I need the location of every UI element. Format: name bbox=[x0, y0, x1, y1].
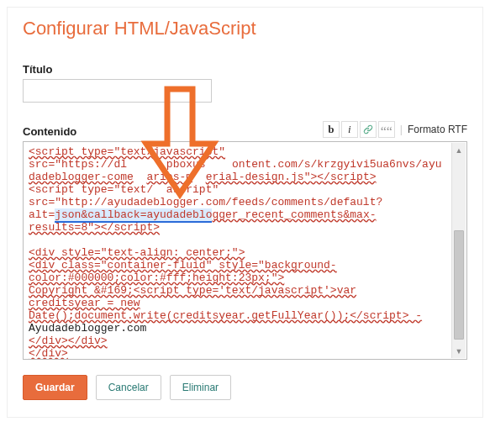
save-button[interactable]: Guardar bbox=[23, 375, 87, 400]
cancel-button[interactable]: Cancelar bbox=[96, 375, 161, 400]
format-rtf-link[interactable]: Formato RTF bbox=[408, 124, 467, 135]
delete-button[interactable]: Eliminar bbox=[170, 375, 231, 400]
content-label: Contenido bbox=[23, 125, 76, 138]
bold-button[interactable]: b bbox=[323, 121, 340, 138]
link-button[interactable] bbox=[360, 121, 377, 138]
content-editor-wrap: <script type="text/javascript" src="http… bbox=[23, 141, 467, 360]
italic-button[interactable]: i bbox=[341, 121, 358, 138]
widget-config-dialog: Configurar HTML/JavaScript Título Conten… bbox=[7, 7, 483, 418]
dialog-heading: Configurar HTML/JavaScript bbox=[23, 18, 467, 40]
quote-icon: ““ bbox=[381, 127, 393, 137]
button-row: Guardar Cancelar Eliminar bbox=[23, 375, 467, 400]
editor-toolbar: b i ““ | Formato RTF bbox=[323, 121, 467, 138]
editor-scrollbar[interactable]: ▲ ▼ bbox=[451, 143, 466, 358]
quote-button[interactable]: ““ bbox=[378, 121, 395, 138]
link-icon bbox=[362, 124, 374, 135]
content-editor[interactable]: <script type="text/javascript" src="http… bbox=[24, 142, 466, 359]
scroll-up-arrow[interactable]: ▲ bbox=[452, 143, 466, 157]
title-input[interactable] bbox=[23, 79, 212, 103]
scroll-down-arrow[interactable]: ▼ bbox=[452, 344, 466, 358]
toolbar-separator: | bbox=[400, 124, 403, 135]
scroll-thumb[interactable] bbox=[454, 230, 464, 340]
title-label: Título bbox=[23, 63, 467, 76]
